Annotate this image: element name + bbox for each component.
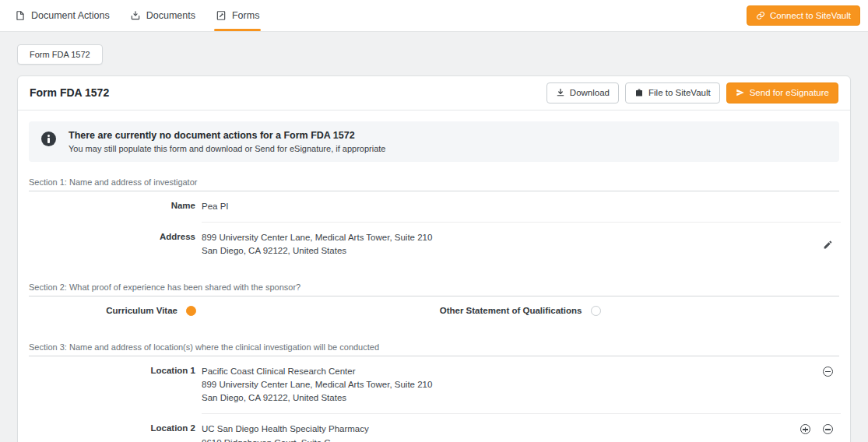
- name-label: Name: [29, 200, 195, 210]
- tab-label: Document Actions: [31, 10, 110, 21]
- location-2-value: UC San Diego Health Specialty Pharmacy 9…: [202, 423, 775, 442]
- download-label: Download: [570, 87, 610, 99]
- send-for-esignature-button[interactable]: Send for eSignature: [726, 82, 838, 103]
- connect-to-sitevault-label: Connect to SiteVault: [770, 10, 851, 22]
- remove-circle-icon[interactable]: [823, 424, 833, 434]
- form-card: Form FDA 1572 Download File to SiteVault…: [17, 75, 851, 442]
- document-icon: [15, 10, 26, 21]
- name-value: Pea PI: [202, 200, 775, 213]
- form-card-body: There are currently no document actions …: [18, 121, 850, 442]
- tab-documents[interactable]: Documents: [120, 0, 206, 31]
- form-fda-1572-chip[interactable]: Form FDA 1572: [17, 44, 103, 65]
- location-1-value: Pacific Coast Clinical Research Center 8…: [202, 365, 775, 405]
- send-icon: [736, 88, 745, 97]
- send-for-esignature-label: Send for eSignature: [750, 87, 829, 99]
- connect-to-sitevault-button[interactable]: Connect to SiteVault: [747, 5, 860, 26]
- form-icon: [216, 10, 227, 21]
- info-alert-text: There are currently no document actions …: [69, 130, 385, 153]
- link-icon: [756, 11, 765, 20]
- form-action-buttons: Download File to SiteVault Send for eSig…: [546, 82, 838, 103]
- add-circle-icon[interactable]: [800, 424, 810, 434]
- edit-icon[interactable]: [823, 240, 833, 250]
- file-to-sitevault-label: File to SiteVault: [648, 87, 711, 99]
- tab-list: Document Actions Documents Forms: [5, 0, 269, 31]
- file-to-sitevault-button[interactable]: File to SiteVault: [625, 82, 720, 103]
- address-value: 899 University Center Lane, Medical Arts…: [202, 231, 775, 258]
- download-tray-icon: [130, 10, 141, 21]
- tab-document-actions[interactable]: Document Actions: [5, 0, 120, 31]
- radio-button[interactable]: [186, 306, 196, 316]
- location-2-label: Location 2: [29, 423, 195, 433]
- name-row: Name Pea PI: [29, 191, 839, 222]
- address-row: Address 899 University Center Lane, Medi…: [29, 223, 839, 267]
- other-statement-option[interactable]: Other Statement of Qualifications: [434, 306, 840, 316]
- section-2-header: Section 2: What proof of experience has …: [29, 282, 839, 296]
- address-label: Address: [29, 231, 195, 241]
- info-alert-title: There are currently no document actions …: [69, 130, 385, 141]
- experience-radio-row: Curriculum Vitae Other Statement of Qual…: [29, 296, 839, 327]
- curriculum-vitae-label: Curriculum Vitae: [29, 306, 177, 315]
- info-alert-subtitle: You may still populate this form and dow…: [69, 144, 385, 153]
- tab-label: Documents: [146, 10, 195, 21]
- section-3-header: Section 3: Name and address of location(…: [29, 342, 839, 356]
- form-card-header: Form FDA 1572 Download File to SiteVault…: [18, 76, 850, 110]
- info-icon: [41, 132, 56, 146]
- download-button[interactable]: Download: [546, 82, 619, 103]
- curriculum-vitae-option[interactable]: Curriculum Vitae: [29, 306, 434, 316]
- top-tab-bar: Document Actions Documents Forms Connect…: [0, 0, 868, 32]
- section-1-header: Section 1: Name and address of investiga…: [29, 177, 839, 191]
- location-1-label: Location 1: [29, 365, 195, 375]
- other-statement-label: Other Statement of Qualifications: [434, 306, 582, 315]
- tab-forms[interactable]: Forms: [206, 0, 269, 31]
- location-1-row: Location 1 Pacific Coast Clinical Resear…: [29, 356, 839, 414]
- info-alert: There are currently no document actions …: [29, 121, 839, 162]
- briefcase-icon: [634, 88, 644, 97]
- form-title: Form FDA 1572: [30, 86, 109, 99]
- remove-circle-icon[interactable]: [823, 367, 833, 377]
- radio-button[interactable]: [591, 306, 601, 316]
- download-icon: [556, 88, 565, 97]
- location-2-row: Location 2 UC San Diego Health Specialty…: [29, 414, 839, 442]
- tab-label: Forms: [232, 10, 259, 21]
